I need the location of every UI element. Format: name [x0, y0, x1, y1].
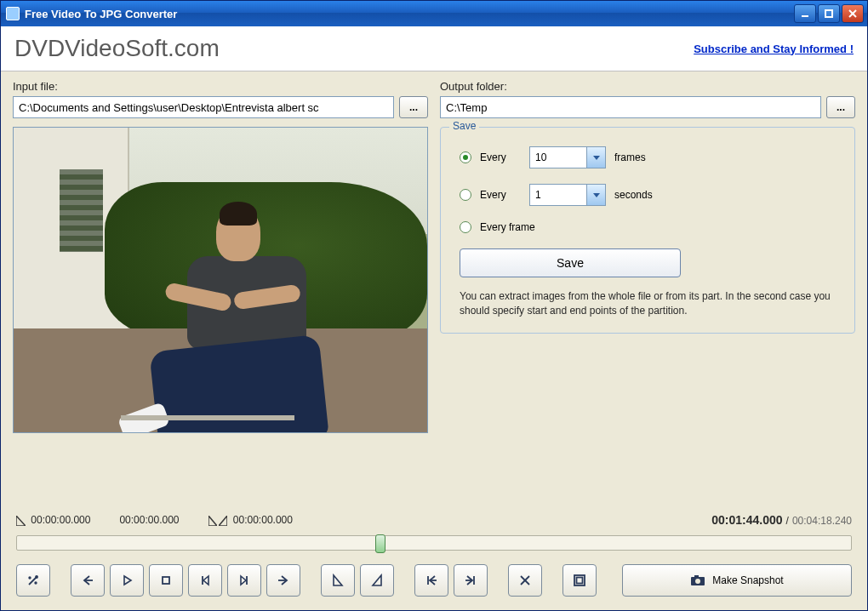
app-window: Free Video To JPG Converter DVDVideoSoft…	[0, 0, 868, 611]
subscribe-link[interactable]: Subscribe and Stay Informed !	[694, 43, 854, 55]
next-button[interactable]	[266, 564, 300, 597]
preview-chair	[121, 415, 294, 420]
ctrl-group-clear	[508, 564, 542, 597]
close-button[interactable]	[842, 4, 864, 23]
option-every-label-1: Every	[480, 151, 521, 163]
time-right: 00:01:44.000 / 00:04:18.240	[711, 513, 852, 527]
make-snapshot-button[interactable]: Make Snapshot	[622, 564, 852, 597]
ctrl-group-playback	[71, 564, 300, 597]
save-help-text: You can extract images from the whole fi…	[460, 289, 836, 319]
svg-marker-18	[241, 576, 246, 585]
seek-track[interactable]	[16, 535, 852, 551]
save-fieldset: Save Every 10 frames	[440, 127, 855, 334]
option-every-label-2: Every	[480, 189, 521, 201]
chevron-down-icon	[592, 153, 601, 162]
step-back-icon	[198, 574, 212, 587]
minimize-button[interactable]	[794, 4, 816, 23]
svg-rect-30	[577, 578, 583, 584]
mark-end-button[interactable]	[360, 564, 394, 597]
mark-range-icon	[208, 516, 227, 526]
ctrl-group-settings	[16, 564, 50, 597]
svg-marker-21	[334, 575, 342, 585]
chevron-down-icon	[592, 191, 601, 199]
step-back-button[interactable]	[188, 564, 222, 597]
right-panel: Save Every 10 frames	[440, 127, 855, 505]
mid-row: Save Every 10 frames	[13, 127, 855, 505]
header: DVDVideoSoft.com Subscribe and Stay Info…	[1, 26, 867, 71]
maximize-button[interactable]	[818, 4, 840, 23]
play-button[interactable]	[110, 564, 144, 597]
frame-button[interactable]	[562, 564, 597, 597]
seconds-unit: seconds	[614, 189, 653, 201]
seek-thumb[interactable]	[375, 534, 385, 553]
controls-row: Make Snapshot	[13, 564, 855, 605]
seconds-combo-value: 1	[535, 189, 541, 201]
step-forward-button[interactable]	[227, 564, 261, 597]
svg-point-11	[29, 577, 31, 579]
output-folder-label: Output folder:	[440, 80, 855, 93]
ctrl-group-frame	[562, 564, 597, 597]
app-icon	[6, 7, 20, 20]
time-separator: /	[786, 515, 789, 527]
jump-start-icon	[425, 574, 438, 587]
minimize-icon	[800, 9, 810, 19]
window-buttons	[794, 4, 864, 23]
brand-text: DVDVideoSoft.com	[14, 35, 220, 62]
save-button[interactable]: Save	[460, 248, 681, 277]
arrow-right-icon	[277, 574, 290, 587]
arrow-left-icon	[81, 574, 94, 587]
svg-marker-17	[203, 576, 208, 585]
option-every-frames-row: Every 10 frames	[460, 146, 841, 168]
output-folder-row: ...	[440, 96, 855, 118]
mark-start-button[interactable]	[321, 564, 355, 597]
radio-every-seconds[interactable]	[460, 189, 471, 201]
stop-button[interactable]	[149, 564, 183, 597]
mark-start-icon	[331, 574, 345, 587]
frames-combo-drop	[586, 147, 605, 168]
x-icon	[518, 574, 532, 587]
frames-combo[interactable]: 10	[529, 146, 606, 168]
current-time: 00:01:44.000	[711, 513, 782, 527]
preview-person	[154, 207, 336, 426]
radio-every-frame[interactable]	[460, 221, 471, 233]
svg-marker-6	[16, 516, 26, 526]
wand-icon	[26, 574, 40, 587]
svg-marker-22	[373, 575, 381, 585]
output-folder-input[interactable]	[440, 96, 821, 118]
maximize-icon	[824, 9, 834, 19]
svg-marker-8	[219, 516, 227, 526]
timeline-row: 00:00:00.000 00:00:00.000 00:00:00.000 0…	[13, 513, 855, 527]
step-forward-icon	[237, 574, 251, 587]
jump-start-button[interactable]	[414, 564, 448, 597]
jump-end-button[interactable]	[454, 564, 488, 597]
seconds-combo[interactable]: 1	[529, 184, 606, 206]
frames-combo-value: 10	[535, 151, 546, 163]
input-file-input[interactable]	[13, 96, 394, 118]
mid-time-mark: 00:00:00.000	[119, 514, 179, 526]
browse-input-button[interactable]: ...	[399, 96, 428, 118]
svg-rect-33	[694, 575, 699, 578]
end-time-mark: 00:00:00.000	[208, 514, 293, 526]
total-time: 00:04:18.240	[792, 515, 852, 527]
clear-button[interactable]	[508, 564, 542, 597]
video-preview[interactable]	[13, 127, 428, 433]
stop-icon	[159, 574, 173, 587]
svg-marker-7	[208, 516, 217, 526]
radio-every-frames[interactable]	[460, 151, 471, 163]
mark-start-icon	[16, 516, 26, 526]
close-icon	[848, 9, 858, 19]
camera-icon	[690, 574, 705, 586]
prev-button[interactable]	[71, 564, 105, 597]
browse-output-button[interactable]: ...	[826, 96, 855, 118]
svg-marker-14	[124, 576, 131, 585]
ctrl-group-jump	[414, 564, 488, 597]
settings-button[interactable]	[16, 564, 50, 597]
make-snapshot-label: Make Snapshot	[712, 574, 783, 586]
svg-marker-5	[593, 193, 600, 197]
jump-end-icon	[464, 574, 477, 587]
titlebar[interactable]: Free Video To JPG Converter	[1, 1, 867, 26]
frame-icon	[573, 574, 586, 587]
input-file-row: ...	[13, 96, 428, 118]
save-legend: Save	[449, 120, 479, 132]
output-folder-section: Output folder: ...	[440, 80, 855, 118]
